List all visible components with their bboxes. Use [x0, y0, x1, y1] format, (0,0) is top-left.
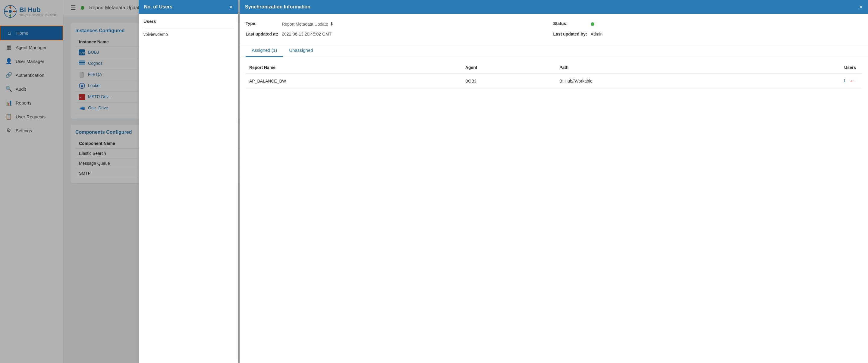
download-icon: ⬇ [330, 21, 334, 27]
tab-unassigned[interactable]: Unassigned [283, 44, 319, 57]
sync-table-container: Report Name Agent Path Users AP_BALANCE_… [240, 57, 868, 363]
sync-status-dot [591, 22, 594, 26]
sync-info-grid: Type: Report Metadata Update ⬇ Status: L… [240, 14, 868, 44]
sync-col-users: Users [753, 62, 862, 73]
modal-users-title: No. of Users [144, 4, 173, 10]
modal-sync: Synchronization Information × Type: Repo… [240, 0, 868, 363]
modal-sync-header: Synchronization Information × [240, 0, 868, 14]
sync-users: 1 ← [753, 73, 862, 89]
sync-col-path: Path [556, 62, 753, 73]
sync-updated-value: 2021-06-13 20:45:02 GMT [282, 29, 553, 39]
modal-users-list-header: Users [144, 19, 233, 27]
list-item: vbiviewdemo [144, 31, 233, 38]
sync-col-agent: Agent [462, 62, 556, 73]
modal-users-header: No. of Users × [138, 0, 238, 14]
table-row: AP_BALANCE_BW BOBJ BI Hub//Workable 1 ← [246, 73, 862, 89]
sync-updated-label: Last updated at: [246, 29, 282, 39]
sync-type-value: Report Metadata Update ⬇ [282, 19, 553, 29]
modal-sync-close[interactable]: × [859, 4, 863, 10]
users-list: vbiviewdemo [144, 31, 233, 38]
sync-agent: BOBJ [462, 73, 556, 89]
sync-updated-by-value: Admin [591, 29, 862, 39]
modal-users: No. of Users × Users vbiviewdemo [138, 0, 238, 363]
sync-status-label: Status: [553, 19, 591, 29]
users-count-link[interactable]: 1 [843, 78, 846, 83]
modal-sync-title: Synchronization Information [245, 4, 310, 10]
modal-users-close[interactable]: × [229, 4, 233, 10]
sync-tabs: Assigned (1) Unassigned [240, 44, 868, 57]
sync-col-report-name: Report Name [246, 62, 462, 73]
sync-status-value [591, 19, 862, 29]
tab-assigned[interactable]: Assigned (1) [246, 44, 283, 57]
arrow-indicator: ← [849, 77, 856, 85]
modal-users-body: Users vbiviewdemo [138, 14, 238, 363]
sync-updated-by-label: Last updated by: [553, 29, 591, 39]
sync-path: BI Hub//Workable [556, 73, 753, 89]
sync-report-name: AP_BALANCE_BW [246, 73, 462, 89]
sync-type-label: Type: [246, 19, 282, 29]
sync-table: Report Name Agent Path Users AP_BALANCE_… [246, 62, 862, 89]
